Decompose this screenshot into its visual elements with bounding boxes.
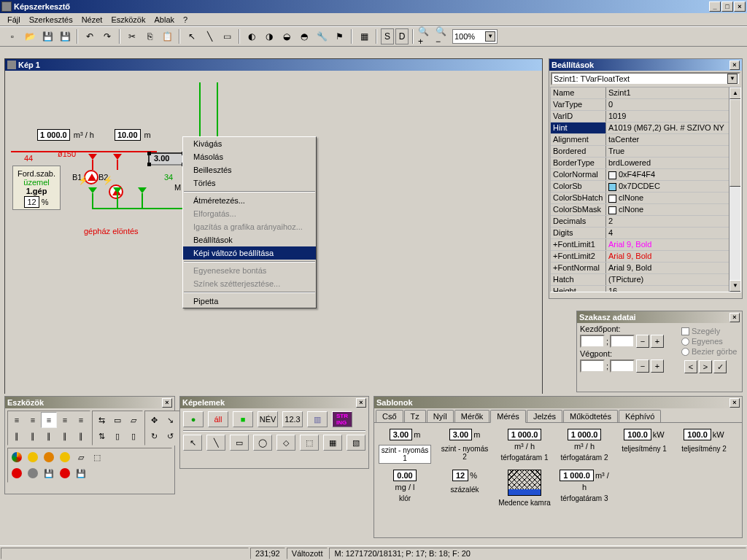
measure-item[interactable]: 100.0kWteljesítmény 2 — [678, 429, 730, 464]
prop-row[interactable]: +FontNormalArial 9, Bold — [551, 262, 740, 274]
size-tool[interactable]: ▯ — [109, 428, 125, 444]
prop-row[interactable]: BorderTypebrdLowered — [551, 158, 740, 169]
eszk-titlebar[interactable]: Eszközök × — [5, 397, 174, 408]
saveall-button[interactable]: 💾 — [57, 28, 73, 44]
ctx-item[interactable]: Beillesztés — [183, 163, 316, 176]
measure-item[interactable]: 3.00mszint - nyomás 2 — [438, 429, 491, 464]
D-button[interactable]: D — [395, 28, 409, 44]
shape-button[interactable]: ↖ — [183, 435, 202, 451]
shape4-button[interactable]: ◓ — [296, 28, 312, 44]
measure-item[interactable]: 1 000.0m³ / htérfogatáram 1 — [498, 429, 551, 464]
szegely-checkbox[interactable]: Szegély — [681, 327, 740, 335]
menu-fájl[interactable]: Fájl — [3, 14, 25, 26]
element-button[interactable]: áll — [208, 411, 228, 427]
selected-element[interactable]: 3.00 — [148, 152, 185, 166]
menu-eszközök[interactable]: Eszközök — [107, 14, 150, 26]
menu-?[interactable]: ? — [179, 14, 192, 26]
shape-tool[interactable]: ⬚ — [89, 449, 105, 465]
measure-item[interactable]: 100.0kWteljesítmény 1 — [618, 429, 670, 464]
shape-button[interactable]: ◇ — [276, 435, 295, 451]
shape-button[interactable]: ◯ — [253, 435, 272, 451]
align-tool[interactable]: ≡ — [41, 412, 57, 428]
close-icon[interactable]: × — [729, 313, 740, 322]
measure-item[interactable]: 3.00mszint - nyomás 1 — [379, 429, 431, 464]
context-menu[interactable]: KivágásMásolásBeillesztésTörlésÁtméretez… — [182, 136, 317, 308]
measure-item[interactable]: Medence kamra — [498, 470, 551, 507]
element-button[interactable]: STRING — [332, 411, 352, 427]
measure-item[interactable]: 0.00mg / lklór — [379, 470, 431, 507]
prop-row[interactable]: AlignmenttaCenter — [551, 134, 740, 146]
size-tool[interactable]: ▱ — [125, 412, 142, 428]
grid-button[interactable]: ▦ — [356, 28, 372, 44]
prop-row[interactable]: NameSzint1 — [551, 88, 740, 99]
prop-row[interactable]: Decimals2 — [551, 216, 740, 228]
arrow-button[interactable]: ↖ — [184, 28, 200, 44]
veg-y-input[interactable] — [610, 359, 635, 373]
prop-row[interactable]: BorderedTrue — [551, 146, 740, 158]
prop-row[interactable]: ColorSb0x7DCDEC — [551, 181, 740, 192]
cut-button[interactable]: ✂ — [124, 28, 140, 44]
ctx-item[interactable]: Törlés — [183, 176, 316, 190]
shape-tool[interactable] — [25, 465, 41, 481]
ctx-item[interactable]: Másolás — [183, 150, 316, 163]
shape-tool[interactable]: 💾 — [73, 465, 89, 481]
prop-row[interactable]: ColorSbHatchclNone — [551, 192, 740, 204]
tab-mérők[interactable]: Mérők — [454, 410, 490, 422]
tab-jelzés[interactable]: Jelzés — [527, 410, 562, 422]
element-button[interactable]: NÉV — [258, 411, 278, 427]
ctx-item[interactable]: Kivágás — [183, 137, 316, 150]
shape-button[interactable]: ⬚ — [300, 435, 319, 451]
align-tool[interactable]: ∥ — [25, 428, 41, 444]
plus-button[interactable]: + — [651, 335, 664, 348]
flag-button[interactable]: ⚑ — [331, 28, 347, 44]
close-icon[interactable]: × — [729, 61, 740, 70]
shape-button[interactable]: ╲ — [206, 435, 225, 451]
close-icon[interactable]: × — [162, 398, 172, 408]
rect-button[interactable]: ▭ — [219, 28, 235, 44]
redo-button[interactable]: ↷ — [99, 28, 115, 44]
maximize-button[interactable]: □ — [721, 1, 733, 12]
element-button[interactable]: ■ — [233, 411, 253, 427]
measure-item[interactable]: 1 000.0m³ / htérfogatáram 2 — [558, 429, 611, 464]
wrench-button[interactable]: 🔧 — [314, 28, 330, 44]
copy-button[interactable]: ⎘ — [142, 28, 158, 44]
new-button[interactable]: ▫ — [4, 28, 20, 44]
align-tool[interactable]: ≡ — [9, 412, 25, 428]
scroll-down-button[interactable]: ▼ — [729, 280, 741, 292]
next-button[interactable]: > — [699, 360, 712, 373]
align-tool[interactable]: ∥ — [9, 428, 25, 444]
save-button[interactable]: 💾 — [39, 28, 55, 44]
align-tool[interactable]: ≡ — [73, 412, 89, 428]
align-tool[interactable]: ∥ — [73, 428, 89, 444]
shape-tool[interactable] — [9, 449, 25, 465]
plus-button[interactable]: + — [651, 359, 664, 373]
paste-button[interactable]: 📋 — [159, 28, 175, 44]
shape-tool[interactable] — [41, 449, 57, 465]
flow-box[interactable]: 1 000.0 m³ / h — [37, 131, 94, 139]
align-tool[interactable]: ≡ — [57, 412, 73, 428]
shape-tool[interactable] — [9, 465, 25, 481]
prop-row[interactable]: +FontLimit1Arial 9, Bold — [551, 239, 740, 251]
prop-row[interactable]: VarID1019 — [551, 111, 740, 122]
prop-row[interactable]: Digits4 — [551, 228, 740, 239]
object-selector[interactable]: Szint1: TVarFloatText ▼ — [551, 72, 740, 85]
minus-button[interactable]: − — [636, 335, 649, 348]
canvas-titlebar[interactable]: Kép 1 — [5, 59, 542, 71]
shape3-button[interactable]: ◒ — [279, 28, 295, 44]
ford-box[interactable]: Ford.szab. üzemel 1.gép 12 % — [12, 166, 61, 210]
shape-tool[interactable]: 💾 — [41, 465, 57, 481]
tab-képhívó[interactable]: Képhívó — [619, 410, 661, 422]
shape-tool[interactable] — [57, 465, 73, 481]
measure-item[interactable]: 12%százalék — [438, 470, 491, 507]
prop-row[interactable]: Height16 — [551, 286, 740, 292]
shape1-button[interactable]: ◐ — [244, 28, 260, 44]
prop-row[interactable]: ColorSbMaskclNone — [551, 204, 740, 216]
kezd-y-input[interactable] — [610, 335, 635, 348]
veg-x-input[interactable] — [580, 359, 605, 373]
tab-mérés[interactable]: Mérés — [490, 410, 526, 423]
element-button[interactable]: ▥ — [307, 411, 328, 427]
menu-nézet[interactable]: Nézet — [77, 14, 107, 26]
sablonok-titlebar[interactable]: Sablonok × — [374, 397, 742, 408]
properties-titlebar[interactable]: Beállítások × — [549, 59, 742, 71]
tab-nyíl[interactable]: Nyíl — [427, 410, 454, 422]
